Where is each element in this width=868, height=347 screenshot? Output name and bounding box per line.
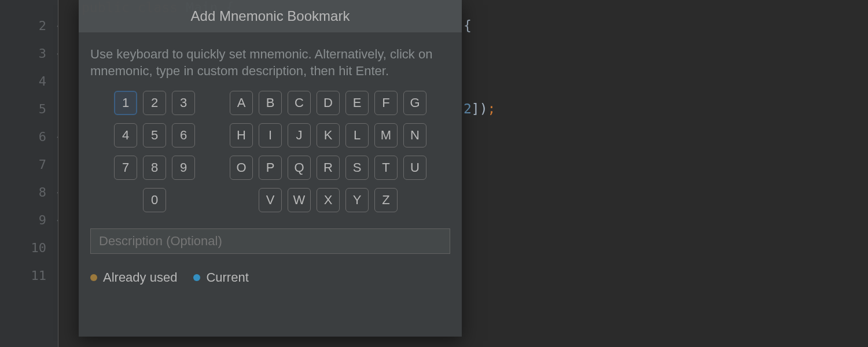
mnemonic-key-D[interactable]: D [317, 91, 340, 115]
line-number: 10 [31, 241, 47, 255]
mnemonic-key-1[interactable]: 1 [114, 91, 137, 115]
legend-already-used: Already used [90, 270, 177, 285]
gutter-line[interactable]: 4 [0, 67, 58, 95]
mnemonic-key-C[interactable]: C [288, 91, 311, 115]
editor-root: 234567891011 public class Main { { 2]); … [0, 0, 868, 347]
mnemonic-key-V[interactable]: V [259, 188, 282, 212]
line-number: 8 [39, 185, 46, 200]
mnemonic-key-G[interactable]: G [403, 91, 426, 115]
mnemonic-key-K[interactable]: K [317, 123, 340, 147]
line-number: 9 [39, 213, 46, 227]
keypad-spacer [230, 188, 253, 212]
gutter-line[interactable]: 8 [0, 178, 58, 206]
mnemonic-key-X[interactable]: X [317, 188, 340, 212]
mnemonic-key-E[interactable]: E [345, 91, 369, 115]
line-number: 6 [39, 130, 46, 144]
dot-current-icon [193, 274, 200, 281]
dialog-title: Add Mnemonic Bookmark [79, 0, 462, 32]
mnemonic-key-Z[interactable]: Z [374, 188, 398, 212]
mnemonic-key-9[interactable]: 9 [172, 156, 195, 180]
dialog-instruction: Use keyboard to quickly set mnemonic. Al… [79, 32, 462, 91]
keypad-spacer [114, 188, 137, 212]
mnemonic-key-J[interactable]: J [288, 123, 311, 147]
gutter-line[interactable]: 11 [0, 261, 58, 289]
keypad-spacer [201, 123, 224, 147]
mnemonic-key-4[interactable]: 4 [114, 123, 137, 147]
mnemonic-key-2[interactable]: 2 [143, 91, 166, 115]
mnemonic-key-7[interactable]: 7 [114, 156, 137, 180]
mnemonic-key-Y[interactable]: Y [345, 188, 369, 212]
mnemonic-key-U[interactable]: U [403, 156, 426, 180]
mnemonic-key-F[interactable]: F [374, 91, 398, 115]
gutter-line[interactable]: 6 [0, 123, 58, 150]
gutter-line[interactable]: 9 [0, 206, 58, 234]
gutter-line[interactable]: 7 [0, 150, 58, 178]
mnemonic-key-H[interactable]: H [230, 123, 253, 147]
keypad-spacer [172, 188, 195, 212]
mnemonic-key-T[interactable]: T [374, 156, 398, 180]
keypad-spacer [201, 156, 224, 180]
line-number: 11 [31, 268, 47, 283]
keypad-spacer [201, 188, 224, 212]
gutter-line[interactable]: 10 [0, 234, 58, 261]
mnemonic-key-B[interactable]: B [259, 91, 282, 115]
mnemonic-key-L[interactable]: L [345, 123, 369, 147]
legend: Already used Current [79, 254, 462, 285]
mnemonic-key-0[interactable]: 0 [143, 188, 166, 212]
mnemonic-bookmark-dialog: Add Mnemonic Bookmark Use keyboard to qu… [79, 0, 462, 337]
legend-current: Current [193, 270, 248, 285]
line-number: 2 [39, 19, 46, 33]
line-number: 4 [39, 74, 46, 88]
mnemonic-key-8[interactable]: 8 [143, 156, 166, 180]
mnemonic-key-I[interactable]: I [259, 123, 282, 147]
mnemonic-key-Q[interactable]: Q [288, 156, 311, 180]
mnemonic-keypad: 123ABCDEFG 456HIJKLMN 789OPQRSTU 0VWXYZ [79, 91, 462, 212]
mnemonic-key-3[interactable]: 3 [172, 91, 195, 115]
legend-label: Current [206, 270, 248, 285]
legend-label: Already used [103, 270, 177, 285]
mnemonic-key-R[interactable]: R [317, 156, 340, 180]
mnemonic-key-O[interactable]: O [230, 156, 253, 180]
mnemonic-key-S[interactable]: S [345, 156, 369, 180]
gutter-line[interactable]: 5 [0, 95, 58, 123]
description-input[interactable] [90, 228, 450, 254]
mnemonic-key-P[interactable]: P [259, 156, 282, 180]
keypad-spacer [403, 188, 426, 212]
mnemonic-key-5[interactable]: 5 [143, 123, 166, 147]
gutter-line[interactable]: 2 [0, 12, 58, 39]
mnemonic-key-N[interactable]: N [403, 123, 426, 147]
keypad-spacer [201, 91, 224, 115]
mnemonic-key-A[interactable]: A [230, 91, 253, 115]
mnemonic-key-6[interactable]: 6 [172, 123, 195, 147]
gutter: 234567891011 [0, 0, 58, 347]
mnemonic-key-W[interactable]: W [288, 188, 311, 212]
line-number: 5 [39, 102, 46, 116]
line-number: 3 [39, 46, 46, 61]
mnemonic-key-M[interactable]: M [374, 123, 398, 147]
line-number: 7 [39, 157, 46, 172]
gutter-line[interactable]: 3 [0, 39, 58, 67]
dot-used-icon [90, 274, 97, 281]
